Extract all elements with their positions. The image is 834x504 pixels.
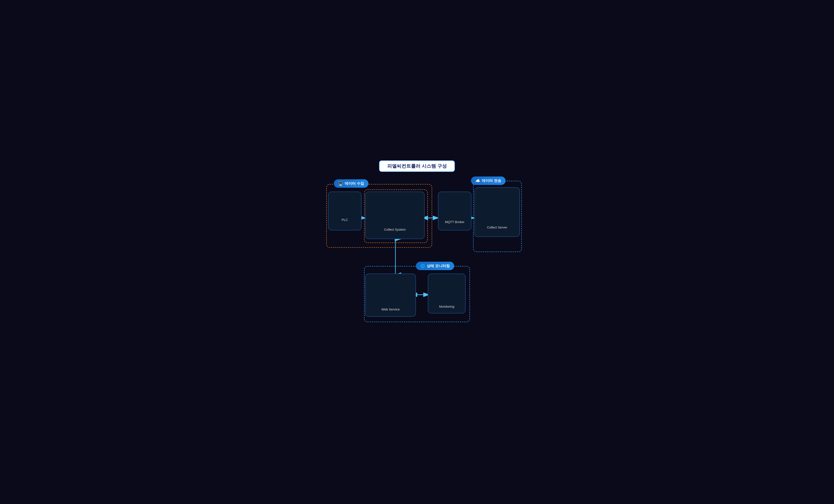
web-service-component: Web Service <box>365 274 416 317</box>
data-transmission-label: ☁️ 데이터 전송 <box>471 177 506 185</box>
collection-icon: 🖥️ <box>338 181 343 186</box>
mqtt-broker-component: MQTT Broker <box>438 191 471 230</box>
collect-system-component: Collect System <box>365 191 424 239</box>
diagram-wrapper: 피엘씨컨트롤러 시스템 구성 🖥️ 데이터 수집 ☁️ 데이터 전송 🌐 상태 … <box>313 160 521 344</box>
monitoring-component: Monitoring <box>428 274 466 314</box>
collect-server-component: Collect Server <box>475 187 520 237</box>
transmission-icon: ☁️ <box>475 178 480 183</box>
plc-component: PLC <box>328 191 361 230</box>
status-monitoring-label: 🌐 상태 모니터링 <box>416 262 454 270</box>
data-collection-label: 🖥️ 데이터 수집 <box>334 179 368 188</box>
monitoring-icon: 🌐 <box>420 264 425 268</box>
diagram-container: 🖥️ 데이터 수집 ☁️ 데이터 전송 🌐 상태 모니터링 <box>322 176 525 331</box>
diagram-title: 피엘씨컨트롤러 시스템 구성 <box>379 160 455 172</box>
